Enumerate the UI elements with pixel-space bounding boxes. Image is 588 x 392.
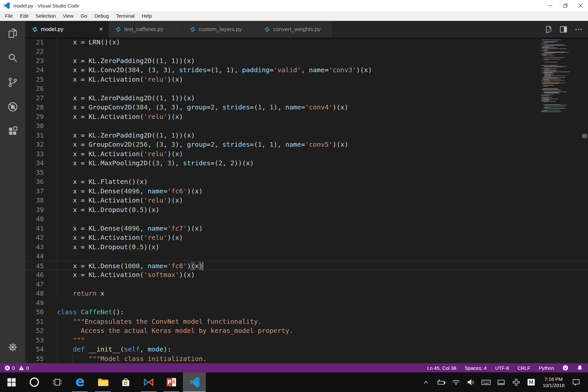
taskbar-app-edge[interactable]: e bbox=[69, 372, 91, 392]
line-number[interactable]: 29 bbox=[25, 112, 44, 121]
code-line[interactable]: 37 x = KL.Dense(4096, name='fc6')(x) bbox=[25, 187, 588, 196]
code-line[interactable]: 31 x = KL.ZeroPadding2D((1, 1))(x) bbox=[25, 131, 588, 140]
taskbar-app-powerpoint[interactable]: P bbox=[160, 372, 183, 392]
code-line[interactable]: 52 Access the actual Keras model by kera… bbox=[25, 326, 588, 335]
code-line[interactable]: 46 x = KL.Activation('softmax')(x) bbox=[25, 270, 588, 279]
code-line[interactable]: 48 return x bbox=[25, 289, 588, 298]
line-number[interactable]: 42 bbox=[25, 233, 44, 242]
code-line[interactable]: 34 x = KL.MaxPooling2D((3, 3), strides=(… bbox=[25, 158, 588, 168]
code-line[interactable]: 49 bbox=[25, 298, 588, 307]
code-line[interactable]: 54 def __init__(self, mode): bbox=[25, 345, 588, 354]
line-number[interactable]: 31 bbox=[25, 131, 44, 140]
tab-model-py[interactable]: model.py✕ bbox=[25, 21, 109, 38]
code-line[interactable]: 24 x = KL.Conv2D(384, (3, 3), strides=(1… bbox=[25, 65, 588, 74]
tray-volume-icon[interactable] bbox=[464, 372, 479, 392]
taskbar-cortana-button[interactable] bbox=[23, 372, 46, 392]
activity-debug-icon[interactable] bbox=[0, 94, 25, 119]
restore-button[interactable] bbox=[558, 0, 573, 11]
open-preview-icon[interactable] bbox=[544, 25, 553, 34]
line-number[interactable]: 32 bbox=[25, 140, 44, 149]
line-number[interactable]: 40 bbox=[25, 214, 44, 223]
menu-edit[interactable]: Edit bbox=[16, 11, 32, 21]
line-number[interactable]: 49 bbox=[25, 298, 44, 307]
line-number[interactable]: 50 bbox=[25, 307, 44, 317]
tray-chevron-up-icon[interactable] bbox=[418, 372, 433, 392]
taskbar-start-button[interactable] bbox=[0, 372, 23, 392]
code-line[interactable]: 23 x = KL.ZeroPadding2D((1, 1))(x) bbox=[25, 56, 588, 65]
line-number[interactable]: 51 bbox=[25, 317, 44, 326]
line-number[interactable]: 22 bbox=[25, 47, 44, 56]
code-line[interactable]: 44 bbox=[25, 252, 588, 261]
tray-touch-keyboard-icon[interactable] bbox=[479, 372, 494, 392]
tab-custom_layers-py[interactable]: custom_layers.py bbox=[183, 21, 258, 38]
line-number[interactable]: 30 bbox=[25, 121, 44, 130]
menu-terminal[interactable]: Terminal bbox=[112, 11, 138, 21]
notifications-bell-icon[interactable] bbox=[577, 365, 583, 371]
activity-extensions-icon[interactable] bbox=[0, 119, 25, 143]
activity-settings-icon[interactable] bbox=[0, 335, 25, 359]
activity-search-icon[interactable] bbox=[0, 45, 25, 70]
close-tab-icon[interactable]: ✕ bbox=[94, 26, 103, 32]
line-number[interactable]: 24 bbox=[25, 65, 44, 74]
code-line[interactable]: 41 x = KL.Dense(4096, name='fc7')(x) bbox=[25, 224, 588, 233]
status-python[interactable]: Python bbox=[539, 365, 554, 371]
taskbar-app-xodo[interactable] bbox=[137, 372, 160, 392]
line-number[interactable]: 28 bbox=[25, 103, 44, 112]
taskbar-app-vscode[interactable] bbox=[183, 372, 206, 392]
activity-explorer-icon[interactable] bbox=[0, 21, 25, 45]
tab-test_caffenet-py[interactable]: test_caffenet.py bbox=[109, 21, 183, 38]
line-number[interactable]: 37 bbox=[25, 187, 44, 196]
code-line[interactable]: 51 """Encapsulates the ConvNet model fun… bbox=[25, 317, 588, 326]
code-line[interactable]: 35 bbox=[25, 168, 588, 177]
code-line[interactable]: 42 x = KL.Activation('relu')(x) bbox=[25, 233, 588, 242]
code-line[interactable]: 39 x = KL.Dropout(0.5)(x) bbox=[25, 205, 588, 214]
code-line[interactable]: 27 x = KL.ZeroPadding2D((1, 1))(x) bbox=[25, 93, 588, 103]
tray-docking-icon[interactable] bbox=[509, 372, 524, 392]
code-line[interactable]: 47 bbox=[25, 280, 588, 289]
taskbar-task-view-button[interactable] bbox=[46, 372, 69, 392]
code-line[interactable]: 38 x = KL.Activation('relu')(x) bbox=[25, 196, 588, 205]
line-number[interactable]: 48 bbox=[25, 289, 44, 298]
code-line[interactable]: 53 """ bbox=[25, 335, 588, 345]
line-number[interactable]: 43 bbox=[25, 242, 44, 252]
line-number[interactable]: 23 bbox=[25, 56, 44, 65]
code-line[interactable]: 40 bbox=[25, 214, 588, 223]
menu-selection[interactable]: Selection bbox=[32, 11, 59, 21]
split-editor-icon[interactable] bbox=[559, 25, 568, 34]
more-actions-icon[interactable] bbox=[574, 25, 583, 34]
status-utf8[interactable]: UTF-8 bbox=[495, 365, 509, 371]
line-number[interactable]: 52 bbox=[25, 326, 44, 335]
line-number[interactable]: 27 bbox=[25, 93, 44, 103]
feedback-smiley-icon[interactable] bbox=[563, 365, 568, 371]
menu-file[interactable]: File bbox=[1, 11, 16, 21]
line-number[interactable]: 44 bbox=[25, 252, 44, 261]
line-number[interactable]: 47 bbox=[25, 280, 44, 289]
code-line[interactable]: 30 bbox=[25, 121, 588, 130]
line-number[interactable]: 55 bbox=[25, 354, 44, 363]
code-line[interactable]: 43 x = KL.Dropout(0.5)(x) bbox=[25, 242, 588, 252]
action-center-icon[interactable] bbox=[568, 372, 583, 392]
tray-wifi-icon[interactable] bbox=[449, 372, 464, 392]
line-number[interactable]: 53 bbox=[25, 335, 44, 345]
code-line[interactable]: 28 x = GroupConv2D(384, (3, 3), group=2,… bbox=[25, 103, 588, 112]
code-line[interactable]: 45 x = KL.Dense(1000, name='fc8')(x) bbox=[25, 261, 588, 270]
tab-convert_weights-py[interactable]: convert_weights.py bbox=[258, 21, 332, 38]
tray-battery-icon[interactable] bbox=[433, 372, 449, 392]
taskbar-clock[interactable]: 7:16 PM 10/1/2018 bbox=[539, 376, 568, 388]
activity-source-control-icon[interactable] bbox=[0, 70, 25, 94]
close-window-button[interactable] bbox=[573, 0, 588, 11]
minimize-button[interactable] bbox=[543, 0, 558, 11]
line-number[interactable]: 45 bbox=[25, 261, 44, 270]
line-number[interactable]: 38 bbox=[25, 196, 44, 205]
menu-go[interactable]: Go bbox=[77, 11, 91, 21]
status-crlf[interactable]: CRLF bbox=[517, 365, 530, 371]
menu-view[interactable]: View bbox=[59, 11, 77, 21]
code-editor[interactable]: 21 x = LRN()(x)2223 x = KL.ZeroPadding2D… bbox=[25, 38, 588, 363]
status-spaces[interactable]: Spaces: 4 bbox=[465, 365, 487, 371]
line-number[interactable]: 36 bbox=[25, 177, 44, 186]
tray-touchpad-icon[interactable] bbox=[494, 372, 509, 392]
line-number[interactable]: 34 bbox=[25, 158, 44, 168]
code-line[interactable]: 36 x = KL.Flatten()(x) bbox=[25, 177, 588, 186]
code-line[interactable]: 55 """Model class initialization. bbox=[25, 354, 588, 363]
problems-indicator[interactable]: 0 0 bbox=[5, 365, 29, 371]
